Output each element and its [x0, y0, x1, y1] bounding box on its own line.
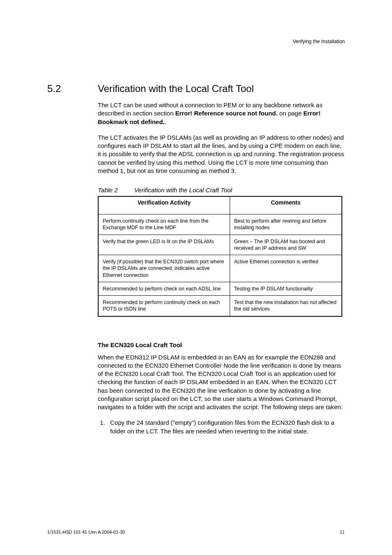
paragraph-2: The LCT activates the IP DSLAMs (as well… [98, 134, 345, 175]
p1-bold-1: Error! Reference source not found. [175, 110, 277, 117]
header-right-text: Verifying the Installation [293, 39, 345, 44]
table-cell-comment: Green – The IP DSLAM has booted and rece… [230, 235, 342, 255]
footer: 1/1531-HSD 101 41 Uen A 2004-01-30 11 [47, 530, 345, 534]
section-number: 5.2 [47, 83, 98, 94]
steps-list: Copy the 24 standard ("empty") configura… [98, 419, 345, 435]
table-row: Recommended to perform continuity check … [98, 296, 342, 316]
table-cell-activity: Verify that the green LED is lit on the … [98, 235, 230, 255]
verification-table: Verification Activity Comments Perform c… [98, 196, 342, 317]
table-cell-comment: Test that the new installation has not a… [230, 296, 342, 316]
table-header-row: Verification Activity Comments [98, 196, 342, 214]
body-content: The LCT can be used without a connection… [98, 101, 345, 435]
p1-text-3: . [165, 118, 166, 125]
section-heading-row: 5.2 Verification with the Local Craft To… [47, 83, 345, 94]
subheading-ecn320: The ECN320 Local Craft Tool [98, 341, 345, 348]
table-header-comments: Comments [230, 196, 342, 214]
table-caption-title: Verification with the Local Craft Tool [134, 187, 232, 193]
table-cell-comment: Best to perform after rewiring and befor… [230, 214, 342, 235]
table-caption-label: Table 2 [98, 187, 118, 193]
table-row: Verify (if possible) that the ECN320 swi… [98, 255, 342, 282]
table-row: Verify that the green LED is lit on the … [98, 235, 342, 255]
table-row: Perform continuity check on each line fr… [98, 214, 342, 235]
page: Verifying the Installation 5.2 Verificat… [0, 0, 392, 555]
table-row: Recommended to perform check on each ADS… [98, 282, 342, 295]
table-cell-activity: Recommended to perform continuity check … [98, 296, 230, 316]
footer-page-number: 11 [340, 530, 345, 534]
table-caption: Table 2Verification with the Local Craft… [98, 187, 345, 193]
p1-text-2: on page [278, 110, 304, 117]
step-item: Copy the 24 standard ("empty") configura… [107, 419, 345, 435]
footer-left: 1/1531-HSD 101 41 Uen A 2004-01-30 [47, 530, 125, 534]
table-cell-comment: Testing the IP DSLAM functionality [230, 282, 342, 295]
paragraph-3: When the EDN312 IP DSLAM is embedded in … [98, 353, 345, 412]
table-header-activity: Verification Activity [98, 196, 230, 214]
table-cell-activity: Verify (if possible) that the ECN320 swi… [98, 255, 230, 282]
section-title: Verification with the Local Craft Tool [98, 83, 254, 94]
table-cell-activity: Recommended to perform check on each ADS… [98, 282, 230, 295]
paragraph-1: The LCT can be used without a connection… [98, 101, 345, 126]
table-cell-activity: Perform continuity check on each line fr… [98, 214, 230, 235]
table-cell-comment: Active Ethernet connection is verified [230, 255, 342, 282]
